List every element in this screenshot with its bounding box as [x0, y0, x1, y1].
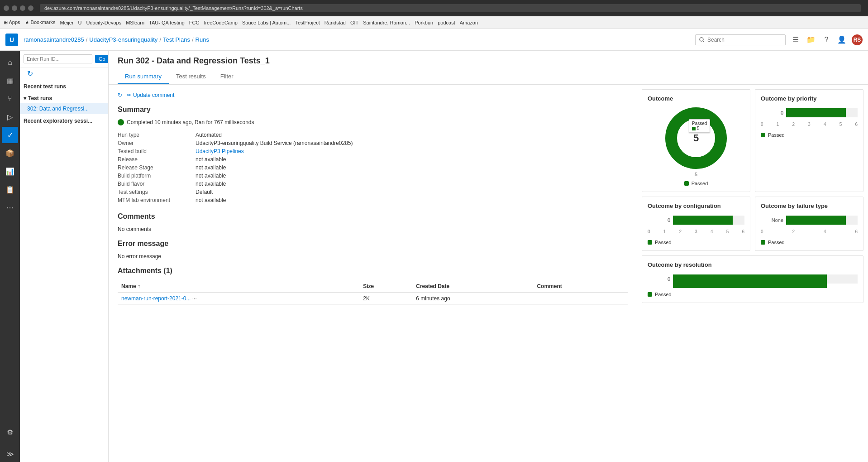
col-comment[interactable]: Comment — [533, 280, 628, 293]
value-mtm-lab: not available — [196, 197, 628, 203]
failure-chart-title: Outcome by failure type — [761, 202, 858, 209]
failure-legend: Passed — [761, 240, 858, 245]
icon-bar-reports[interactable]: 📊 — [2, 163, 18, 179]
summary-panel: ↻ ✏ Update comment Summary Completed 10 … — [109, 85, 637, 462]
value-run-type: Automated — [196, 132, 628, 138]
donut-legend: Passed — [684, 181, 708, 186]
collapse-icon[interactable]: ▾ — [24, 95, 26, 101]
icon-bar-pipelines[interactable]: ▷ — [2, 109, 18, 125]
icon-bar-overview[interactable]: 📋 — [2, 181, 18, 197]
breadcrumb-test-plans[interactable]: Test Plans — [163, 36, 190, 43]
outcome-chart-title: Outcome — [648, 95, 744, 102]
icon-bar-boards[interactable]: ▦ — [2, 72, 18, 89]
config-bar-track — [673, 216, 744, 225]
main-content: Run 302 - Data and Regression Tests_1 Ru… — [109, 51, 868, 462]
bookmark-fcc[interactable]: FCC — [189, 20, 200, 25]
bookmark-freecodecamp[interactable]: freeCodeCamp — [204, 20, 238, 25]
svg-line-1 — [703, 41, 705, 42]
icon-bar-home[interactable]: ⌂ — [2, 54, 18, 71]
icon-bar-artifacts[interactable]: 📦 — [2, 145, 18, 161]
bookmark-bookmarks[interactable]: ★ Bookmarks — [25, 19, 56, 25]
search-box[interactable] — [695, 34, 786, 45]
browser-refresh[interactable] — [20, 5, 25, 11]
value-tested-build[interactable]: UdacityP3 Pipelines — [196, 148, 628, 154]
search-input[interactable] — [707, 37, 782, 43]
info-grid: Run type Automated Owner UdacityP3-ensur… — [118, 132, 628, 203]
bookmark-meijer[interactable]: Meijer — [60, 20, 74, 25]
icon-bar: ⌂ ▦ ⑂ ▷ ✓ 📦 📊 📋 ⋯ ⚙ ≫ — [0, 51, 20, 462]
refresh-icon[interactable]: ↻ — [24, 68, 37, 79]
sidebar-run-item[interactable]: 302: Data and Regressi... — [20, 103, 108, 114]
status-text: Completed 10 minutes ago, Ran for 767 mi… — [127, 119, 254, 125]
sidebar-run-input-area: Go — [20, 51, 108, 67]
tab-filter[interactable]: Filter — [213, 69, 241, 84]
bookmark-tau[interactable]: TAU- QA testing — [149, 20, 185, 25]
icon-bar-expand[interactable]: ≫ — [2, 446, 18, 462]
refresh-button[interactable]: ↻ — [118, 92, 122, 98]
attachment-menu[interactable]: ··· — [192, 295, 197, 302]
content-area: ↻ ✏ Update comment Summary Completed 10 … — [109, 85, 868, 462]
breadcrumb-org[interactable]: ramonasaintandre0285 — [24, 36, 84, 43]
value-build-platform: not available — [196, 173, 628, 179]
bookmark-randstad[interactable]: Randstad — [324, 20, 346, 25]
config-bar-label: 0 — [648, 217, 670, 223]
bookmark-apps[interactable]: ⊞ Apps — [4, 19, 20, 25]
bookmark-saucelabs[interactable]: Sauce Labs | Autom... — [242, 20, 291, 25]
bookmark-amazon[interactable]: Amazon — [460, 20, 478, 25]
breadcrumb-runs[interactable]: Runs — [196, 36, 209, 43]
update-comment-button[interactable]: ✏ Update comment — [127, 92, 174, 98]
tab-run-summary[interactable]: Run summary — [118, 69, 169, 84]
tab-test-results[interactable]: Test results — [169, 69, 213, 84]
attachments-title: Attachments (1) — [118, 267, 628, 275]
app-logo[interactable]: U — [5, 34, 18, 46]
icon-bar-settings[interactable]: ⚙ — [2, 424, 18, 440]
browser-home[interactable] — [28, 5, 33, 11]
attachment-size: 2K — [359, 293, 412, 305]
bookmark-u[interactable]: U — [78, 20, 82, 25]
config-legend-dot — [648, 240, 652, 245]
bookmark-git[interactable]: GIT — [350, 20, 358, 25]
bookmark-mslearn[interactable]: MSlearn — [126, 20, 144, 25]
status-row: Completed 10 minutes ago, Ran for 767 mi… — [118, 119, 628, 125]
label-mtm-lab: MTM lab environment — [118, 197, 190, 203]
no-comments-text: No comments — [118, 226, 151, 232]
browser-forward[interactable] — [12, 5, 17, 11]
icon-bar-repos[interactable]: ⑂ — [2, 91, 18, 107]
priority-legend-label: Passed — [768, 132, 785, 138]
failure-bar-chart: None 0246 — [761, 214, 858, 236]
run-id-go-button[interactable]: Go — [95, 55, 109, 63]
col-name[interactable]: Name ↑ — [118, 280, 359, 293]
browser-back[interactable] — [4, 5, 9, 11]
icon-bar-more[interactable]: ⋯ — [2, 199, 18, 216]
run-id-input[interactable] — [24, 54, 92, 63]
recent-exploratory-label: Recent exploratory sessi... — [20, 114, 108, 126]
failure-bar-row: None — [761, 216, 858, 225]
no-error-text: No error message — [118, 253, 161, 260]
list-icon[interactable]: ☰ — [790, 34, 801, 45]
test-runs-label: ▾ Test runs — [20, 91, 108, 103]
browser-url[interactable]: dev.azure.com/ramonasaintandre0285/Udaci… — [40, 4, 861, 12]
bookmark-testproject[interactable]: TestProject — [295, 20, 320, 25]
failure-bar-track — [786, 216, 858, 225]
attachment-name[interactable]: newman-run-report-2021-0... — [121, 295, 191, 302]
folder-icon[interactable]: 📁 — [806, 34, 816, 45]
icon-bar-testplans[interactable]: ✓ — [2, 127, 18, 143]
attachments-table: Name ↑ Size Created Date Comment newman-… — [118, 280, 628, 305]
user-icon[interactable]: 👤 — [836, 34, 847, 45]
col-size[interactable]: Size — [359, 280, 412, 293]
tooltip-count: 5 — [697, 126, 700, 131]
bookmark-udacity[interactable]: Udacity-Devops — [86, 20, 122, 25]
resolution-legend-dot — [648, 292, 652, 297]
bookmark-saintandre[interactable]: Saintandre, Ramon... — [363, 20, 410, 25]
avatar[interactable]: RS — [852, 34, 863, 45]
help-icon[interactable]: ? — [821, 34, 832, 45]
toolbar-row: ↻ ✏ Update comment — [118, 92, 628, 98]
bookmark-podcast[interactable]: podcast — [438, 20, 455, 25]
failure-bar-fill — [786, 216, 846, 225]
breadcrumb: ramonasaintandre0285 / UdacityP3-ensurin… — [24, 36, 690, 43]
bookmark-porkbun[interactable]: Porkbun — [415, 20, 433, 25]
breadcrumb-project[interactable]: UdacityP3-ensuringquality — [89, 36, 157, 43]
col-created[interactable]: Created Date — [412, 280, 533, 293]
label-release: Release — [118, 156, 190, 163]
config-chart-title: Outcome by configuration — [648, 202, 744, 209]
